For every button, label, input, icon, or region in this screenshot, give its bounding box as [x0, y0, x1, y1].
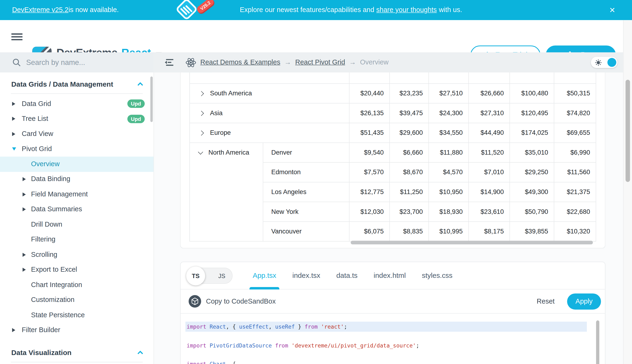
file-tab-app-tsx[interactable]: App.tsx	[253, 262, 276, 289]
copy-to-codesandbox-button[interactable]: Copy to CodeSandBox	[206, 297, 276, 305]
code-token: from	[275, 342, 291, 349]
pivot-cell: $51,435	[350, 123, 390, 142]
sidebar-search[interactable]	[0, 52, 154, 72]
triangle-right-icon	[12, 102, 15, 106]
collapse-sidebar-icon[interactable]	[164, 59, 174, 66]
page-scrollbar-thumb[interactable]	[626, 80, 630, 182]
language-option-js[interactable]: JS	[218, 268, 225, 284]
code-token: ,	[269, 323, 275, 330]
apply-button[interactable]: Apply	[567, 294, 601, 310]
reset-button[interactable]: Reset	[537, 297, 555, 305]
pivot-cell: $20,440	[350, 84, 390, 103]
sidebar-item-field-management[interactable]: Field Management	[0, 187, 154, 202]
language-toggle[interactable]: TS JS	[187, 268, 233, 284]
pivot-cell: $6,990	[554, 143, 596, 162]
sidebar-item-export-to-excel[interactable]: Export to Excel	[0, 262, 154, 277]
code-line: import Chart, {	[185, 359, 587, 364]
sidebar-item-filter-builder[interactable]: Filter Builder	[0, 323, 154, 338]
sidebar-item-label: Data Binding	[31, 175, 70, 183]
pivot-cell: $35,010	[510, 143, 554, 162]
sidebar-item-data-summaries[interactable]: Data Summaries	[0, 202, 154, 217]
pivot-row-label[interactable]: Denver	[263, 143, 350, 162]
banner-release-text: DevExtreme v25.2 is now available.	[12, 0, 119, 20]
search-input[interactable]	[26, 58, 135, 66]
hamburger-menu-icon[interactable]	[11, 34, 23, 40]
pivot-cell: $49,300	[510, 182, 554, 202]
breadcrumb-item-react-demos-examples[interactable]: React Demos & Examples	[200, 58, 280, 66]
pivot-row-label[interactable]: Europe	[190, 123, 349, 142]
pivot-row-label[interactable]: Vancouver	[263, 222, 350, 241]
expand-chevron-icon[interactable]	[199, 110, 204, 116]
theme-toggle-knob[interactable]	[607, 58, 616, 67]
horizontal-scrollbar-thumb[interactable]	[351, 241, 593, 244]
sidebar-item-overview[interactable]: Overview	[0, 156, 154, 172]
site-header: JS DevExtreme React by DevExpress DemosT…	[0, 20, 632, 52]
sidebar-item-customization[interactable]: Customization	[0, 292, 154, 308]
file-tabs: App.tsxindex.tsxdata.tsindex.htmlstyles.…	[253, 262, 452, 289]
pivot-cell: $39,855	[510, 222, 554, 241]
file-tab-data-ts[interactable]: data.ts	[336, 262, 358, 289]
sidebar-item-state-persistence[interactable]: State Persistence	[0, 308, 154, 323]
pivot-group-label[interactable]: North America	[190, 143, 263, 242]
sidebar-section-data-grids[interactable]: Data Grids / Data Management	[0, 76, 154, 93]
expand-chevron-icon[interactable]	[199, 130, 204, 136]
pivot-cell: $11,250	[390, 182, 429, 202]
page-scrollbar[interactable]	[623, 20, 632, 364]
code-editor[interactable]: import React, { useEffect, useRef } from…	[180, 314, 605, 364]
pivot-row-label[interactable]: New York	[263, 202, 350, 222]
chevron-up-icon[interactable]	[137, 82, 143, 88]
sidebar-item-data-grid[interactable]: Data GridUpd	[0, 96, 154, 112]
city-name: Denver	[263, 149, 292, 156]
pivot-cell: $14,900	[469, 182, 510, 202]
chevron-up-icon[interactable]	[137, 350, 143, 356]
triangle-right-icon	[23, 253, 26, 257]
sidebar-item-pivot-grid[interactable]: Pivot Grid	[0, 142, 154, 156]
file-tab-index-html[interactable]: index.html	[374, 262, 406, 289]
theme-toggle[interactable]	[591, 57, 617, 68]
city-name: New York	[263, 208, 299, 216]
codesandbox-icon[interactable]	[189, 295, 201, 308]
file-tab-index-tsx[interactable]: index.tsx	[292, 262, 320, 289]
pivot-row-label[interactable]: Los Angeles	[263, 182, 350, 202]
pivot-cell: $7,010	[469, 163, 510, 182]
collapse-chevron-icon[interactable]	[198, 149, 203, 154]
language-option-ts[interactable]: TS	[186, 266, 205, 285]
pivot-row-los-angeles: Los Angeles$12,775$11,250$10,950$14,900$…	[263, 182, 596, 202]
sidebar-item-data-binding[interactable]: Data Binding	[0, 172, 154, 187]
sidebar-item-scrolling[interactable]: Scrolling	[0, 247, 154, 262]
pivot-cell: $50,315	[554, 84, 596, 103]
pivot-row-label[interactable]: Edmonton	[263, 163, 350, 182]
sidebar-item-label: Scrolling	[31, 251, 57, 259]
banner-close-icon[interactable]: ×	[609, 0, 615, 20]
code-token: import	[187, 323, 210, 330]
sidebar-section-data-visualization[interactable]: Data Visualization	[0, 344, 154, 361]
file-tab-styles-css[interactable]: styles.css	[422, 262, 452, 289]
pivot-cell: $21,375	[554, 182, 596, 202]
expand-chevron-icon[interactable]	[199, 91, 204, 96]
sidebar-item-label: Export to Excel	[31, 266, 77, 274]
sidebar-item-card-view[interactable]: Card View	[0, 126, 154, 142]
sidebar-scrollbar-thumb[interactable]	[150, 76, 153, 122]
sidebar-item-drill-down[interactable]: Drill Down	[0, 217, 154, 232]
sidebar-item-chart-integration[interactable]: Chart Integration	[0, 277, 154, 292]
version-badge: V25.2	[196, 0, 215, 14]
sidebar-item-filtering[interactable]: Filtering	[0, 232, 154, 247]
share-your-thoughts-link[interactable]: share your thoughts	[376, 6, 437, 14]
pivot-cell	[390, 72, 429, 83]
divider	[11, 362, 143, 362]
code-token: from	[305, 323, 321, 330]
pivot-row-label[interactable]: Asia	[190, 104, 349, 123]
pivot-cell: $100,480	[510, 84, 554, 103]
pivot-row-edmonton: Edmonton$7,570$8,670$4,570$7,010$29,250$…	[263, 163, 596, 182]
sidebar-item-label: State Persistence	[31, 311, 85, 319]
sidebar-item-tree-list[interactable]: Tree ListUpd	[0, 112, 154, 126]
sidebar-item-label: Chart Integration	[31, 281, 82, 289]
code-scrollbar-thumb[interactable]	[596, 320, 599, 364]
pivot-cell	[554, 72, 596, 83]
breadcrumb-separator: →	[284, 58, 291, 66]
pivot-row-label[interactable]: South America	[190, 84, 349, 103]
code-tabs-row: TS JS App.tsxindex.tsxdata.tsindex.htmls…	[180, 262, 605, 290]
banner-version-link[interactable]: DevExtreme v25.2	[12, 6, 68, 14]
breadcrumb-item-react-pivot-grid[interactable]: React Pivot Grid	[295, 58, 345, 66]
pivot-cell: $11,880	[429, 143, 469, 162]
